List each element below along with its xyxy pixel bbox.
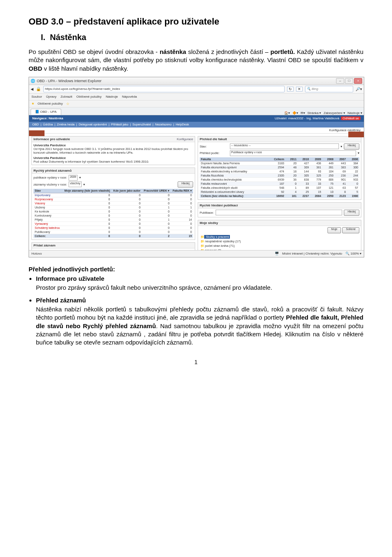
table-row[interactable]: Fakulta chemicko-technologická6939368387… [200, 177, 359, 181]
portlets-overview-heading: Přehled jednotlivých portletů: [29, 266, 363, 273]
home-icon[interactable]: 🏠▾ [284, 111, 290, 115]
portlet-quick-search: Rychlé hledání publikací Publikace: Hled… [198, 202, 361, 217]
portlet-quick-overview: Rychlý přehled záznamů publikace vydány … [31, 168, 195, 240]
fac-state-label: Stav: [200, 145, 228, 148]
toolbar-item[interactable]: Zabezpečení ▾ [324, 111, 345, 115]
menu-item[interactable]: Zobrazit [60, 95, 72, 98]
quick-search-button[interactable]: Hledej [178, 181, 193, 188]
browser-tab[interactable]: 📘 OBD - UPA [31, 109, 61, 115]
folder-item[interactable]: ⊞ RIV 2011 ke kontrole (0) [200, 257, 359, 257]
folder-scope-button[interactable]: Sdílené [342, 227, 359, 233]
quick-row1-label: publikace vydány v roce: [33, 176, 67, 179]
info-h1: Univerzita Pardubice [33, 143, 66, 147]
mail-icon[interactable]: ✉▾ [301, 111, 305, 115]
portlet-faculty-overview: Přehled dle fakult Stav: -- neuvedeno --… [198, 136, 361, 200]
table-total-row: Celkem (bez ohledu na fakultu):166921612… [200, 194, 359, 198]
tab-bar: 📘 OBD - UPA 🏠▾ 🔶▾ ✉▾ Stránka ▾Zabezpečen… [29, 107, 364, 115]
submenu-item[interactable]: Přihlásit jako [111, 123, 129, 126]
table-row[interactable]: Publikovaný0000 [33, 230, 193, 234]
feed-icon[interactable]: 🔶▾ [292, 111, 298, 115]
intro-paragraph: Po spuštění OBD se objeví úvodní obrazov… [29, 48, 363, 73]
favorites-star-icon[interactable]: ★ [31, 102, 34, 105]
menu-item[interactable]: Oblíbené položky [76, 95, 102, 98]
section-heading: I. Nástěnka [41, 33, 363, 42]
search-pub-button[interactable]: Hledej [344, 210, 359, 216]
table-row[interactable]: Fakulta restaurování1870333375410 [200, 181, 359, 186]
portlet-add-head: Přidat záznam [33, 244, 56, 247]
status-zone: Místní intranet | Chráněný režim: Vypnut… [282, 252, 342, 255]
table-row[interactable]: Fakulta ekonomicko-správní25944830936128… [200, 165, 359, 169]
submenu-item[interactable]: Údržba [43, 123, 53, 126]
portlet-fac-head: Přehled dle fakult [200, 137, 227, 141]
quick-table: StavMoje záznamy (kde jsem vlastník)Kde … [33, 189, 193, 238]
table-row[interactable]: Fakulta filozofická230520305325250236244 [200, 173, 359, 177]
browser-menu-bar: SouborÚpravyZobrazitOblíbené položkyNást… [29, 94, 364, 101]
quick-row2-label: záznamy vloženy v roce: [33, 183, 67, 186]
search-go-icon[interactable]: 🔎▾ [356, 87, 362, 91]
table-row[interactable]: Ke kontrole0000 [33, 209, 193, 213]
submenu-item[interactable]: Nezařazeno [155, 123, 172, 126]
folder-item[interactable]: 📁 neuplatněné výsledky (17) [200, 239, 359, 244]
portlets-list: Informace pro uživatele Prostor pro zprá… [36, 275, 363, 347]
favorites-add-icon[interactable]: ☆ [66, 102, 69, 106]
table-row[interactable]: Uložený0011 [33, 205, 193, 209]
submenu-item[interactable]: Změna hesla [57, 123, 74, 126]
folder-scope-button[interactable]: Moje [327, 227, 341, 233]
table-row[interactable]: Fakulta zdravotnických studií54818910712… [200, 186, 359, 190]
favorites-label: Oblíbené položky [38, 102, 63, 105]
window-minimize-button[interactable]: – [336, 78, 344, 84]
info-body1: Od října 2011 funguje nová subverze OBD … [33, 147, 193, 154]
table-row[interactable]: Vrácený0000 [33, 201, 193, 205]
table-total-row: Celkem:00215 [33, 234, 193, 238]
portlet-info: Informace pro uživateleKonfigurace Unive… [31, 136, 195, 165]
window-titlebar: 🌐 OBD - UPA - Windows Internet Explorer … [29, 77, 364, 85]
stop-icon[interactable]: ✕ [296, 87, 303, 92]
list-item: Informace pro uživatele Prostor pro zprá… [36, 275, 363, 292]
search-placeholder: Bing [312, 87, 318, 91]
menu-item[interactable]: Nápověda [122, 95, 137, 98]
address-bar: ◀ 🔒 https://obd.upce.cz/fcgi/verso.fpl?f… [29, 85, 364, 94]
table-row[interactable]: Schválený katedrou0000 [33, 226, 193, 230]
fac-state-select[interactable]: -- neuvedeno -- [230, 143, 339, 149]
table-row[interactable]: Importovaný0000 [33, 193, 193, 197]
search-pub-input[interactable] [216, 210, 343, 215]
page-number: 1 [29, 359, 363, 365]
menu-item[interactable]: Nástroje [106, 95, 118, 98]
table-row[interactable]: Rozpracovaný0000 [33, 197, 193, 201]
submenu-item[interactable]: OBD [32, 123, 39, 126]
quick-all-select[interactable]: všechny [69, 181, 82, 187]
toolbar-item[interactable]: Stránka ▾ [307, 111, 321, 115]
window-close-button[interactable]: × [354, 78, 362, 84]
table-row[interactable]: Vymazaný0000 [33, 221, 193, 226]
toolbar-item[interactable]: Nástroje ▾ [347, 111, 362, 115]
folder-item[interactable]: 📁 Složky s pracemi [200, 235, 359, 239]
portlet-quick-head: Rychlý přehled záznamů [33, 169, 71, 172]
fac-by-select[interactable]: Publikace vydány v roce [230, 150, 356, 156]
menu-item[interactable]: Soubor [31, 95, 42, 98]
logout-button[interactable]: Odhlásit se [341, 116, 361, 120]
folder-item[interactable]: 📁 počet stran kniha (71) [200, 244, 359, 248]
table-row[interactable]: Rektorátní a celouniverzitní útvary92425… [200, 190, 359, 194]
table-row[interactable]: Fakulta elektrotechniky a informatiky474… [200, 169, 359, 173]
fac-search-button[interactable]: Hledej [344, 143, 359, 150]
menu-item[interactable]: Úpravy [46, 95, 56, 98]
url-field[interactable]: https://obd.upce.cz/fcgi/verso.fpl?fname… [43, 86, 285, 92]
submenu-item[interactable]: Superuživatel [132, 123, 151, 126]
table-row[interactable]: Přijatý00114 [33, 217, 193, 221]
table-row[interactable]: Dopravní fakulta Jana Pernera31832042743… [200, 161, 359, 165]
submenu-item[interactable]: HelpDesk [176, 123, 189, 126]
refresh-icon[interactable]: ↻ [287, 87, 294, 92]
quick-year-select[interactable]: 2009 [69, 175, 78, 181]
nav-back-icon[interactable]: ◀ [31, 87, 33, 91]
zone-icon: 🖥️ [275, 252, 279, 255]
search-icon: 🔍 [307, 87, 311, 91]
folder-icon: 📁 [200, 235, 204, 239]
user-label: Uživatel: mava3332 - Ing. Martina Valášk… [275, 116, 339, 120]
info-body2: Pod odkaz Dokumenty a informace byl vyvě… [33, 160, 193, 163]
table-row[interactable]: Kontrolovaný0000 [33, 213, 193, 217]
portlet-info-config-link[interactable]: Konfigurace [177, 137, 193, 141]
submenu-item[interactable]: Delegovat oprávnění [79, 123, 107, 126]
window-maximize-button[interactable]: □ [345, 78, 353, 84]
screenshot-frame: 🌐 OBD - UPA - Windows Internet Explorer … [29, 77, 364, 257]
folder-icon: 📁 [200, 244, 204, 248]
